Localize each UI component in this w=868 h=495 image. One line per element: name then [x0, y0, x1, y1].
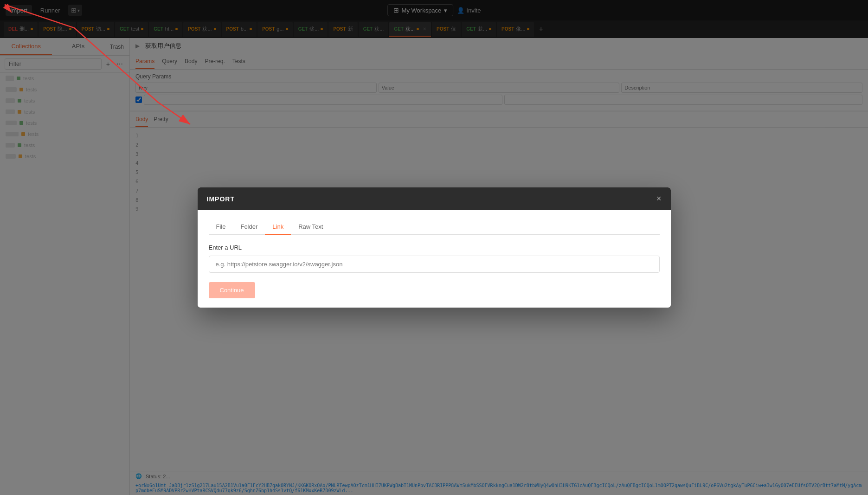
- modal-url-input[interactable]: [209, 256, 660, 273]
- modal-tab-file[interactable]: File: [209, 219, 233, 235]
- modal-tab-folder[interactable]: Folder: [233, 219, 265, 235]
- modal-header: IMPORT ×: [198, 187, 671, 210]
- modal-body: File Folder Link Raw Text Enter a URL Co…: [198, 210, 671, 308]
- modal-url-label: Enter a URL: [209, 244, 660, 251]
- modal-title: IMPORT: [207, 195, 235, 203]
- modal-tab-link[interactable]: Link: [265, 219, 291, 235]
- modal-close-button[interactable]: ×: [656, 194, 662, 204]
- continue-button[interactable]: Continue: [209, 282, 255, 298]
- modal-tab-rawtext[interactable]: Raw Text: [291, 219, 330, 235]
- import-modal: IMPORT × File Folder Link Raw Text Enter…: [198, 187, 671, 308]
- modal-overlay[interactable]: IMPORT × File Folder Link Raw Text Enter…: [0, 0, 868, 495]
- modal-tabs: File Folder Link Raw Text: [209, 219, 660, 235]
